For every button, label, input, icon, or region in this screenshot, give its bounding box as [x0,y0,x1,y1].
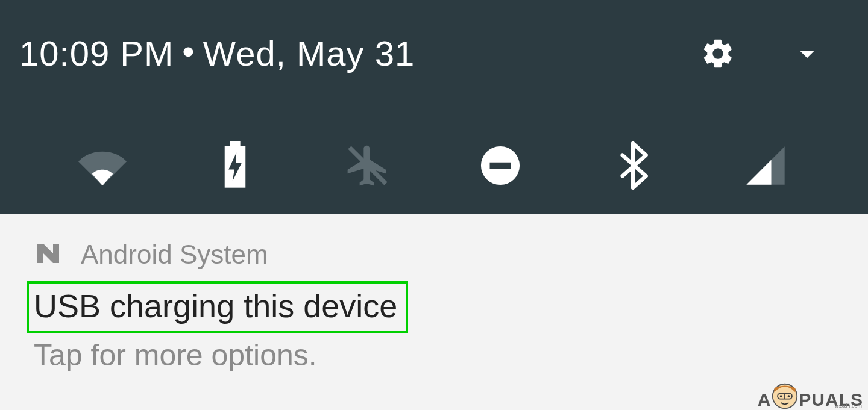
watermark-prefix: A [758,390,772,410]
battery-charging-icon [219,141,251,190]
status-row: 10:09 PM • Wed, May 31 [0,0,868,73]
wifi-icon [78,144,127,187]
cellular-signal-icon [743,143,788,188]
clock-time: 10:09 PM [19,33,174,73]
qs-battery-tile[interactable] [211,141,259,190]
svg-rect-5 [490,163,511,169]
header-actions [700,36,849,71]
watermark-domain: wsxdn.com [835,403,862,409]
bluetooth-icon [617,140,649,191]
do-not-disturb-icon [479,144,521,187]
qs-dnd-tile[interactable] [476,141,524,190]
expand-button[interactable] [790,36,825,71]
notification-app-name: Android System [81,240,268,270]
qs-wifi-tile[interactable] [78,141,127,190]
notification-title-highlight: USB charging this device [27,281,408,333]
watermark-mascot-icon [771,382,799,410]
settings-button[interactable] [700,36,735,71]
notification-area: Android System USB charging this device … [0,214,868,410]
svg-point-9 [780,395,782,397]
notification-shade-header: 10:09 PM • Wed, May 31 [0,0,868,214]
notification-title[interactable]: USB charging this device [34,287,397,325]
clock-date: Wed, May 31 [203,33,415,73]
svg-rect-1 [230,141,240,148]
time-date-block[interactable]: 10:09 PM • Wed, May 31 [19,33,700,73]
qs-bluetooth-tile[interactable] [609,141,657,190]
notification-subtitle[interactable]: Tap for more options. [31,338,837,373]
airplane-icon [344,141,392,190]
gear-icon [700,36,735,71]
android-n-icon [34,239,63,270]
qs-airplane-tile[interactable] [344,141,392,190]
time-date-separator: • [182,34,194,69]
notification-app-header[interactable]: Android System [31,239,837,270]
svg-point-10 [788,395,790,397]
chevron-down-icon [790,36,825,71]
quick-settings-row [0,141,868,190]
qs-cellular-tile[interactable] [741,141,790,190]
